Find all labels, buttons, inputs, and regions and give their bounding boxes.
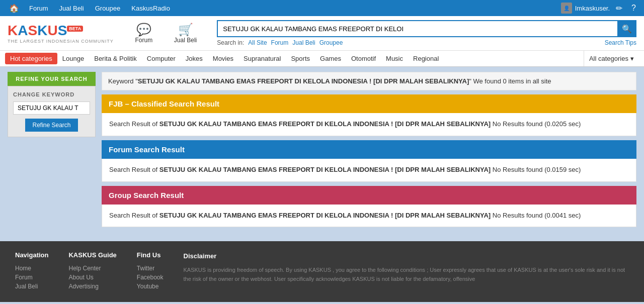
- cat-movies[interactable]: Movies: [208, 51, 238, 66]
- keyword-info: Keyword "SETUJU GK KALAU TAMBANG EMAS FR…: [102, 72, 636, 90]
- main-content: REFINE YOUR SEARCH CHANGE KEYWORD Refine…: [0, 67, 644, 236]
- group-prefix: Search Result of: [109, 212, 157, 219]
- footer: Navigation Home Forum Jual Beli KASKUS G…: [0, 241, 644, 302]
- footer-guide-helpcenter[interactable]: Help Center: [68, 265, 116, 272]
- logo-text: KASKUSBETA: [8, 23, 83, 38]
- top-nav-groupee[interactable]: Groupee: [90, 3, 126, 14]
- footer-disclaimer-text: KASKUS is providing freedom of speech. B…: [184, 266, 629, 283]
- jualbeli-icon: 🛒: [178, 23, 193, 37]
- fjb-keyword: SETUJU GK KALAU TAMBANG EMAS FREEPORT DI…: [159, 120, 491, 128]
- keyword-bold: SETUJU GK KALAU TAMBANG EMAS FREEPORT DI…: [138, 77, 469, 85]
- top-nav-jualbeli[interactable]: Jual Beli: [54, 3, 89, 14]
- search-option-jualbeli[interactable]: Jual Beli: [292, 39, 315, 46]
- fjb-no-results: No Results found (0.0205 sec): [493, 120, 581, 128]
- sidebar: REFINE YOUR SEARCH CHANGE KEYWORD Refine…: [8, 72, 96, 231]
- home-button[interactable]: 🏠: [5, 2, 23, 15]
- group-result-header: Group Search Result: [102, 186, 636, 205]
- jualbeli-nav-label: Jual Beli: [174, 37, 197, 44]
- cat-otomotif[interactable]: Otomotif: [346, 51, 381, 66]
- footer-guide-aboutus[interactable]: About Us: [68, 274, 116, 281]
- group-result-body: Search Result of SETUJU GK KALAU TAMBANG…: [102, 205, 636, 228]
- cat-hot-categories[interactable]: Hot categories: [5, 53, 57, 64]
- username-label: Imkaskuser.: [575, 5, 610, 12]
- footer-nav-forum[interactable]: Forum: [15, 274, 48, 281]
- jualbeli-nav-icon[interactable]: 🛒 Jual Beli: [164, 21, 207, 46]
- header-nav-icons: 💬 Forum 🛒 Jual Beli: [124, 21, 207, 46]
- forum-result-header: Forum Search Result: [102, 140, 636, 159]
- results-area: Keyword "SETUJU GK KALAU TAMBANG EMAS FR…: [102, 72, 636, 231]
- chevron-down-icon: ▾: [630, 55, 634, 62]
- footer-findus-youtube[interactable]: Youtube: [137, 283, 164, 290]
- logo-tagline: THE LARGEST INDONESIAN COMMUNITY: [8, 39, 114, 44]
- cat-jokes[interactable]: Jokes: [181, 51, 208, 66]
- top-nav-forum[interactable]: Forum: [24, 3, 53, 14]
- keyword-input[interactable]: [13, 102, 90, 115]
- search-input[interactable]: [217, 20, 617, 37]
- found-text: We found 0 items in all site: [473, 77, 551, 85]
- footer-disclaimer-col: Disclaimer KASKUS is providing freedom o…: [184, 251, 629, 292]
- search-option-all[interactable]: All Site: [248, 39, 267, 46]
- group-result-section: Group Search Result Search Result of SET…: [102, 186, 636, 228]
- forum-no-results: No Results found (0.0159 sec): [493, 166, 581, 173]
- cat-music[interactable]: Music: [381, 51, 408, 66]
- help-icon[interactable]: ?: [628, 3, 639, 14]
- forum-result-body: Search Result of SETUJU GK KALAU TAMBANG…: [102, 159, 636, 182]
- footer-nav-col: Navigation Home Forum Jual Beli: [15, 251, 48, 292]
- search-button[interactable]: 🔍: [617, 20, 636, 37]
- cat-computer[interactable]: Computer: [142, 51, 181, 66]
- cat-berita[interactable]: Berita & Politik: [89, 51, 142, 66]
- cat-sports[interactable]: Sports: [286, 51, 315, 66]
- footer-nav-title: Navigation: [15, 251, 48, 259]
- footer-findus-title: Find Us: [137, 251, 164, 259]
- search-tips-link[interactable]: Search Tips: [605, 39, 636, 46]
- top-bar: 🏠 Forum Jual Beli Groupee KaskusRadio 👤 …: [0, 0, 644, 16]
- top-bar-left: 🏠 Forum Jual Beli Groupee KaskusRadio: [5, 2, 175, 15]
- footer-nav-jualbeli[interactable]: Jual Beli: [15, 283, 48, 290]
- footer-nav-home[interactable]: Home: [15, 265, 48, 272]
- search-in-label: Search in:: [217, 39, 244, 46]
- refine-search-button[interactable]: Refine Search: [25, 119, 77, 132]
- cat-games[interactable]: Games: [315, 51, 346, 66]
- cat-lounge[interactable]: Lounge: [57, 51, 89, 66]
- group-keyword: SETUJU GK KALAU TAMBANG EMAS FREEPORT DI…: [159, 212, 491, 219]
- category-nav: Hot categories Lounge Berita & Politik C…: [0, 51, 644, 67]
- forum-icon: 💬: [136, 23, 151, 37]
- header: KASKUSBETA THE LARGEST INDONESIAN COMMUN…: [0, 16, 644, 51]
- footer-disclaimer-title: Disclaimer: [184, 251, 629, 262]
- logo[interactable]: KASKUSBETA: [8, 23, 114, 39]
- logo-beta: BETA: [67, 26, 83, 32]
- cat-supranatural[interactable]: Supranatural: [238, 51, 286, 66]
- footer-guide-col: KASKUS Guide Help Center About Us Advert…: [68, 251, 116, 292]
- footer-findus-col: Find Us Twitter Facebook Youtube: [137, 251, 164, 292]
- footer-guide-title: KASKUS Guide: [68, 251, 116, 259]
- fjb-result-body: Search Result of SETUJU GK KALAU TAMBANG…: [102, 113, 636, 136]
- logo-area: KASKUSBETA THE LARGEST INDONESIAN COMMUN…: [8, 23, 114, 44]
- footer-findus-facebook[interactable]: Facebook: [137, 274, 164, 281]
- forum-nav-label: Forum: [135, 37, 153, 44]
- search-area: 🔍 Search in: All Site Forum Jual Beli Gr…: [217, 20, 636, 46]
- forum-keyword: SETUJU GK KALAU TAMBANG EMAS FREEPORT DI…: [159, 166, 491, 173]
- fjb-result-header: FJB – Classified Search Result: [102, 94, 636, 113]
- sidebar-section: CHANGE KEYWORD Refine Search: [8, 86, 96, 137]
- edit-icon[interactable]: ✏: [613, 3, 625, 14]
- forum-nav-icon[interactable]: 💬 Forum: [124, 21, 164, 46]
- all-categories-button[interactable]: All categories ▾: [584, 51, 639, 66]
- fjb-prefix: Search Result of: [109, 120, 157, 128]
- footer-findus-twitter[interactable]: Twitter: [137, 265, 164, 272]
- forum-result-section: Forum Search Result Search Result of SET…: [102, 140, 636, 182]
- avatar: 👤: [561, 3, 572, 14]
- top-nav-kaskusradio[interactable]: KaskusRadio: [126, 3, 175, 14]
- refine-your-search-button[interactable]: REFINE YOUR SEARCH: [8, 72, 96, 86]
- change-keyword-label: CHANGE KEYWORD: [13, 91, 90, 97]
- search-box-row: 🔍: [217, 20, 636, 37]
- fjb-result-section: FJB – Classified Search Result Search Re…: [102, 94, 636, 136]
- search-option-groupee[interactable]: Groupee: [319, 39, 343, 46]
- forum-prefix: Search Result of: [109, 166, 157, 173]
- footer-guide-advertising[interactable]: Advertising: [68, 283, 116, 290]
- group-no-results: No Results found (0.0041 sec): [493, 212, 581, 219]
- search-options: Search in: All Site Forum Jual Beli Grou…: [217, 39, 636, 46]
- all-categories-label: All categories: [589, 55, 628, 62]
- cat-regional[interactable]: Regional: [408, 51, 444, 66]
- search-option-forum[interactable]: Forum: [271, 39, 289, 46]
- user-section: 👤 Imkaskuser. ✏ ?: [561, 3, 639, 14]
